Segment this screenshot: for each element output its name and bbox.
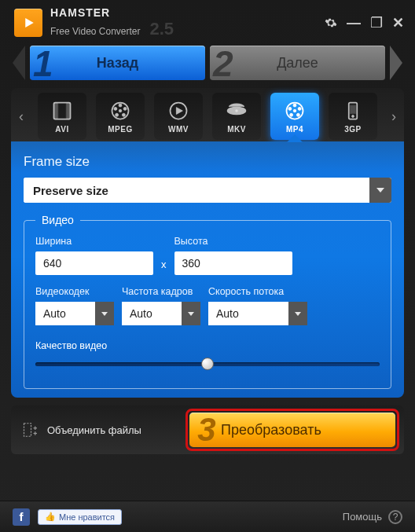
width-label: Ширина xyxy=(35,236,153,247)
svg-point-24 xyxy=(288,107,292,110)
nav-back-button[interactable]: 1 Назад xyxy=(30,46,205,80)
svg-point-14 xyxy=(114,107,117,110)
chevron-down-icon[interactable] xyxy=(288,302,307,325)
quality-label: Качество видео xyxy=(35,340,107,351)
gear-icon xyxy=(325,17,337,29)
format-scroll-right[interactable]: › xyxy=(387,108,401,125)
app-version: 2.5 xyxy=(150,19,174,39)
merge-files-button[interactable]: Объединить файлы xyxy=(20,419,141,441)
like-label: Мне нравится xyxy=(59,512,115,522)
bitrate-value[interactable] xyxy=(208,302,288,325)
format-3gp[interactable]: 3GP xyxy=(329,93,377,140)
format-label: MP4 xyxy=(286,125,303,134)
step-number-3: 3 xyxy=(191,411,222,449)
svg-rect-2 xyxy=(66,102,70,119)
fps-value[interactable] xyxy=(122,302,182,325)
phone-icon xyxy=(341,100,365,122)
help-icon: ? xyxy=(388,510,402,524)
convert-label: Преобразовать xyxy=(221,422,321,438)
convert-highlight: 3 Преобразовать xyxy=(185,409,399,451)
format-label: 3GP xyxy=(344,125,362,134)
svg-point-10 xyxy=(119,104,122,107)
panel-pointer-icon xyxy=(287,134,303,142)
merge-files-label: Объединить файлы xyxy=(47,424,141,436)
chevron-down-icon[interactable] xyxy=(369,178,391,203)
options-panel: Frame size Видео Ширина x Высота Ви xyxy=(11,141,404,398)
chevron-down-icon[interactable] xyxy=(182,302,200,325)
thumb-up-icon: 👍 xyxy=(45,512,56,522)
help-button[interactable]: Помощь ? xyxy=(343,510,402,524)
format-bar: ‹ AVI MPEG WMV MKV MP4 xyxy=(11,88,404,141)
maximize-button[interactable]: ❐ xyxy=(370,16,383,30)
title-block: HAMSTER Free Video Converter 2.5 xyxy=(50,6,174,39)
step-number-2: 2 xyxy=(213,42,233,85)
convert-button[interactable]: 3 Преобразовать xyxy=(189,413,395,447)
codec-select[interactable] xyxy=(35,302,114,325)
like-button[interactable]: 👍 Мне нравится xyxy=(38,509,122,525)
reel-icon xyxy=(108,100,132,122)
width-input[interactable] xyxy=(35,251,153,275)
svg-point-20 xyxy=(293,104,296,107)
svg-point-11 xyxy=(123,107,127,110)
dimension-times: x xyxy=(161,259,167,275)
svg-point-21 xyxy=(298,107,301,110)
app-subtitle: Free Video Converter xyxy=(50,26,141,37)
codec-value[interactable] xyxy=(35,302,95,325)
close-button[interactable]: ✕ xyxy=(392,16,404,30)
height-input[interactable] xyxy=(174,251,292,275)
video-group: Видео Ширина x Высота Видеокодек xyxy=(24,214,391,389)
film-icon xyxy=(50,100,74,122)
frame-size-value[interactable] xyxy=(24,178,369,203)
play-circle-icon xyxy=(167,100,190,122)
format-label: MPEG xyxy=(108,125,132,134)
format-scroll-left[interactable]: ‹ xyxy=(14,108,28,125)
svg-point-18 xyxy=(234,108,238,112)
frame-size-select[interactable] xyxy=(24,178,391,203)
help-label: Помощь xyxy=(343,511,382,523)
minimize-button[interactable]: — xyxy=(347,16,361,30)
svg-rect-1 xyxy=(54,102,58,119)
format-label: MKV xyxy=(227,125,246,134)
video-legend: Видео xyxy=(35,214,80,226)
format-wmv[interactable]: WMV xyxy=(154,93,203,140)
orbit-icon xyxy=(225,100,248,122)
format-mkv[interactable]: MKV xyxy=(212,93,261,140)
app-name: HAMSTER xyxy=(50,6,174,19)
window-controls: — ❐ ✕ xyxy=(325,16,404,30)
nav-arrow-left-icon xyxy=(13,46,25,80)
nav-back-label: Назад xyxy=(97,55,138,72)
subtitle-row: Free Video Converter 2.5 xyxy=(50,19,174,39)
app-window: HAMSTER Free Video Converter 2.5 — ❐ ✕ 1… xyxy=(0,0,415,532)
svg-point-12 xyxy=(122,113,125,116)
quality-slider[interactable] xyxy=(35,358,380,369)
svg-point-28 xyxy=(352,115,354,117)
height-label: Высота xyxy=(174,236,292,247)
wizard-nav: 1 Назад 2 Далее xyxy=(0,41,415,88)
svg-point-13 xyxy=(116,113,119,116)
svg-point-25 xyxy=(293,109,296,112)
settings-button[interactable] xyxy=(325,17,337,29)
format-track: AVI MPEG WMV MKV MP4 3GP xyxy=(28,93,387,140)
facebook-icon[interactable]: f xyxy=(13,508,30,526)
nav-next-label: Далее xyxy=(277,55,318,72)
format-label: WMV xyxy=(168,125,189,134)
svg-rect-27 xyxy=(351,105,356,114)
step-number-1: 1 xyxy=(33,42,53,85)
codec-label: Видеокодек xyxy=(35,286,114,297)
nav-next-button[interactable]: 2 Далее xyxy=(210,46,385,80)
nav-arrow-right-icon xyxy=(390,46,402,80)
bitrate-select[interactable] xyxy=(208,302,307,325)
format-mp4[interactable]: MP4 xyxy=(270,93,319,140)
header: HAMSTER Free Video Converter 2.5 — ❐ ✕ xyxy=(0,0,415,41)
app-logo xyxy=(14,9,42,37)
format-avi[interactable]: AVI xyxy=(38,93,86,140)
chevron-down-icon[interactable] xyxy=(95,302,114,325)
svg-rect-29 xyxy=(24,424,31,437)
svg-point-22 xyxy=(296,113,299,116)
footer: f 👍 Мне нравится Помощь ? xyxy=(0,501,415,532)
slider-thumb[interactable] xyxy=(201,358,214,370)
fps-select[interactable] xyxy=(122,302,200,325)
fps-label: Частота кадров xyxy=(122,286,200,297)
merge-icon xyxy=(20,419,39,441)
format-mpeg[interactable]: MPEG xyxy=(96,93,145,140)
